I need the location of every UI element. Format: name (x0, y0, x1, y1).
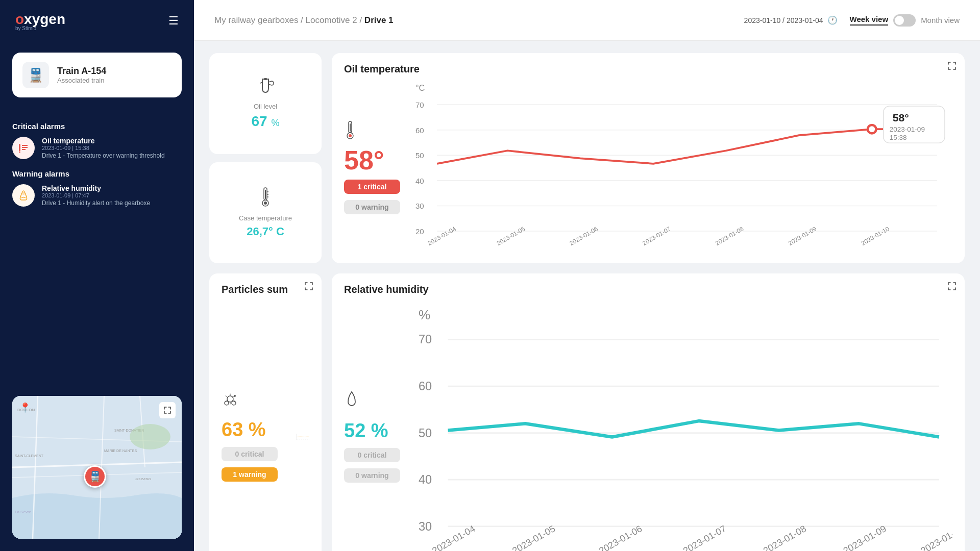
svg-point-19 (130, 424, 170, 449)
humidity-expand[interactable] (947, 282, 957, 293)
view-toggle-switch[interactable] (893, 14, 916, 27)
sidebar-header: oxygen by Stimio ☰ (0, 0, 194, 42)
hamburger-menu[interactable]: ☰ (168, 14, 179, 28)
clock-icon: 🕐 (827, 15, 838, 25)
case-temp-label: Case temperature (239, 214, 292, 222)
particles-inner: 63 % 0 critical 1 warning % 80 70 60 50 … (222, 303, 309, 551)
svg-text:70: 70 (296, 435, 297, 436)
svg-text:30: 30 (419, 519, 432, 533)
svg-text:%: % (419, 307, 430, 322)
svg-text:2023-01-06: 2023-01-06 (569, 225, 600, 247)
svg-text:2023-01-10: 2023-01-10 (860, 225, 891, 247)
svg-text:40: 40 (419, 473, 432, 486)
main-content: My railway gearboxes / Locomotive 2 / Dr… (194, 0, 980, 551)
svg-text:30: 30 (415, 202, 424, 210)
oil-level-value: 67 % (252, 113, 280, 130)
humidity-left: 52 % 0 critical 0 warning (344, 303, 410, 551)
alarm-text-warning: Relative humidity 2023-01-09 | 07:47 Dri… (42, 184, 150, 208)
humidity-value: 52 % (344, 420, 388, 442)
oil-level-unit: % (271, 118, 279, 128)
map-section: DOULON SAINT-DONATIEN SAINT-CLEMENT MARI… (12, 396, 182, 539)
humidity-inner: 52 % 0 critical 0 warning % 70 60 50 40 … (344, 303, 952, 551)
oil-temp-chart: °C 70 60 50 40 30 20 (415, 82, 952, 253)
alarm-title-w0: Relative humidity (42, 184, 150, 192)
svg-point-61 (234, 395, 236, 397)
svg-point-24 (264, 202, 267, 205)
particles-chart: % 80 70 60 50 40 30 (296, 303, 309, 551)
date-range-text: 2023-01-10 / 2023-01-04 (744, 16, 823, 24)
svg-text:2023-01-07: 2023-01-07 (681, 523, 728, 551)
particles-badge-critical[interactable]: 0 critical (222, 447, 278, 461)
map-placeholder: DOULON SAINT-DONATIEN SAINT-CLEMENT MARI… (12, 396, 182, 539)
month-view-label[interactable]: Month view (921, 16, 960, 24)
alarm-item-warning: Relative humidity 2023-01-09 | 07:47 Dri… (12, 184, 182, 208)
sidebar-content: Critical alarms Oil temperature 2023-01-… (0, 108, 194, 391)
alarm-desc-0: Drive 1 - Temperature over warning thres… (42, 152, 165, 160)
week-view-label[interactable]: Week view (850, 15, 889, 26)
particles-expand[interactable] (304, 282, 313, 293)
breadcrumb-path: My railway gearboxes / Locomotive 2 / (214, 15, 364, 25)
case-temp-icon (258, 187, 273, 211)
humidity-title: Relative humidity (344, 284, 952, 295)
topbar: My railway gearboxes / Locomotive 2 / Dr… (194, 0, 980, 41)
svg-rect-23 (265, 190, 266, 199)
humidity-badge-warning[interactable]: 0 warning (344, 468, 400, 483)
oil-temp-inner: 58° 1 critical 0 warning °C 70 60 50 40 … (344, 82, 952, 253)
alarm-time-w0: 2023-01-09 | 07:47 (42, 192, 150, 198)
svg-text:2023-01-09: 2023-01-09 (787, 225, 818, 247)
svg-text:60: 60 (296, 436, 297, 436)
breadcrumb-current: Drive 1 (364, 15, 394, 25)
svg-text:2023-01-04: 2023-01-04 (430, 523, 477, 551)
svg-text:2023-01-08: 2023-01-08 (714, 225, 745, 247)
svg-text:MARIE DE NANTES: MARIE DE NANTES (104, 449, 137, 453)
humidity-badge-critical[interactable]: 0 critical (344, 448, 400, 462)
svg-text:%: % (296, 433, 297, 434)
svg-text:70: 70 (415, 101, 424, 109)
map-expand-button[interactable] (159, 402, 176, 418)
svg-text:80: 80 (296, 434, 297, 435)
svg-point-60 (232, 401, 236, 405)
alarm-icon-critical (12, 137, 35, 159)
alarm-desc-w0: Drive 1 - Humidity alert on the gearboxe (42, 199, 150, 208)
svg-point-75 (307, 436, 307, 437)
svg-text:La Sèvre: La Sèvre (15, 510, 32, 514)
svg-text:2023-01-09: 2023-01-09 (890, 126, 925, 133)
humidity-chart: % 70 60 50 40 30 2023-01 (419, 303, 952, 551)
svg-text:50: 50 (296, 437, 297, 437)
dashboard: Oil level 67 % (194, 41, 980, 551)
svg-point-5 (22, 192, 25, 195)
critical-alarms-title: Critical alarms (12, 122, 182, 131)
case-temp-value: 26,7° C (247, 225, 284, 238)
topbar-right: 2023-01-10 / 2023-01-04 🕐 Week view Mont… (744, 14, 960, 27)
alarm-title-0: Oil temperature (42, 137, 165, 145)
svg-text:2023-01-05: 2023-01-05 (510, 523, 557, 551)
svg-point-1 (19, 152, 20, 153)
sidebar: oxygen by Stimio ☰ 🚆 Train A-154 Associa… (0, 0, 194, 551)
svg-text:2023-01-06: 2023-01-06 (597, 523, 644, 551)
oil-temp-expand[interactable] (947, 61, 957, 73)
oil-level-card: Oil level 67 % (209, 53, 322, 154)
alarm-item-critical: Oil temperature 2023-01-09 | 15:38 Drive… (12, 137, 182, 160)
particles-badge-warning[interactable]: 1 warning (222, 467, 278, 482)
oil-temp-svg: °C 70 60 50 40 30 20 (415, 82, 952, 253)
svg-point-59 (225, 401, 229, 405)
case-temp-card: Case temperature 26,7° C (209, 162, 322, 263)
particles-left: 63 % 0 critical 1 warning (222, 303, 288, 551)
badge-warning[interactable]: 0 warning (344, 200, 400, 214)
svg-text:2023-01-07: 2023-01-07 (641, 225, 672, 247)
svg-text:20: 20 (415, 227, 424, 236)
alarm-time-0: 2023-01-09 | 15:38 (42, 145, 165, 151)
svg-text:60: 60 (419, 380, 432, 393)
svg-point-46 (869, 126, 875, 132)
oil-temp-title: Oil temperature (344, 63, 952, 75)
train-card[interactable]: 🚆 Train A-154 Associated train (12, 53, 182, 97)
map-location-icon: 📍 (19, 402, 31, 413)
train-name: Train A-154 (57, 66, 106, 77)
svg-text:2023-01-04: 2023-01-04 (427, 225, 458, 247)
badge-critical[interactable]: 1 critical (344, 180, 400, 194)
oil-temp-left: 58° 1 critical 0 warning (344, 82, 405, 253)
particles-panel: Particles sum (209, 273, 322, 551)
metrics-panel: Oil level 67 % (209, 53, 322, 263)
train-sub: Associated train (57, 77, 106, 84)
svg-text:LES BATES: LES BATES (135, 478, 151, 481)
